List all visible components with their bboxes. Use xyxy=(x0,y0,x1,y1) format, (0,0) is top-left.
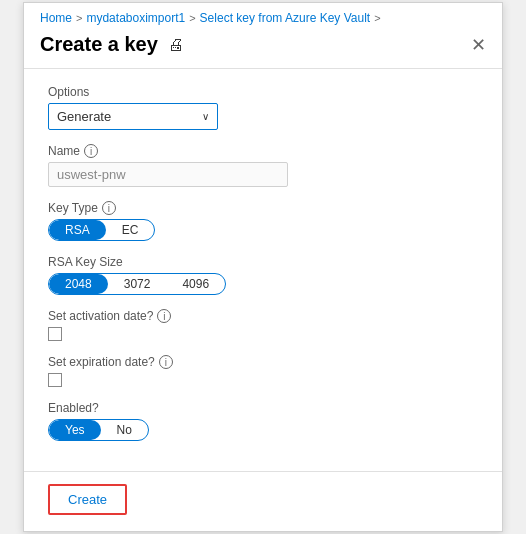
expiration-info-icon[interactable]: i xyxy=(159,355,173,369)
expiration-checkbox[interactable] xyxy=(48,373,62,387)
key-type-rsa[interactable]: RSA xyxy=(49,220,106,240)
rsa-key-size-toggle: 2048 3072 4096 xyxy=(48,273,226,295)
breadcrumb: Home > mydataboximport1 > Select key fro… xyxy=(24,3,502,29)
activation-date-field: Set activation date? i xyxy=(48,309,478,341)
key-type-field: Key Type i RSA EC xyxy=(48,201,478,241)
chevron-down-icon: ∨ xyxy=(202,111,209,122)
activation-checkbox-wrapper xyxy=(48,327,478,341)
name-input[interactable] xyxy=(48,162,288,187)
form-content: Options Generate ∨ Name i Key Type i RSA xyxy=(24,69,502,471)
breadcrumb-sep2: > xyxy=(189,12,195,24)
options-field: Options Generate ∨ xyxy=(48,85,478,130)
key-type-info-icon[interactable]: i xyxy=(102,201,116,215)
close-icon[interactable]: ✕ xyxy=(471,36,486,54)
key-type-ec[interactable]: EC xyxy=(106,220,155,240)
enabled-field: Enabled? Yes No xyxy=(48,401,478,441)
size-3072[interactable]: 3072 xyxy=(108,274,167,294)
name-info-icon[interactable]: i xyxy=(84,144,98,158)
create-key-panel: Home > mydataboximport1 > Select key fro… xyxy=(23,2,503,532)
rsa-key-size-field: RSA Key Size 2048 3072 4096 xyxy=(48,255,478,295)
breadcrumb-home[interactable]: Home xyxy=(40,11,72,25)
size-4096[interactable]: 4096 xyxy=(166,274,225,294)
options-label: Options xyxy=(48,85,478,99)
breadcrumb-sep3: > xyxy=(374,12,380,24)
header-left: Create a key 🖨 xyxy=(40,33,184,56)
activation-info-icon[interactable]: i xyxy=(157,309,171,323)
name-label: Name i xyxy=(48,144,478,158)
enabled-toggle: Yes No xyxy=(48,419,149,441)
options-value: Generate xyxy=(57,109,111,124)
enabled-label: Enabled? xyxy=(48,401,478,415)
panel-header: Create a key 🖨 ✕ xyxy=(24,29,502,69)
create-button[interactable]: Create xyxy=(48,484,127,515)
key-type-toggle: RSA EC xyxy=(48,219,155,241)
activation-date-label: Set activation date? i xyxy=(48,309,478,323)
options-dropdown[interactable]: Generate ∨ xyxy=(48,103,218,130)
expiration-checkbox-wrapper xyxy=(48,373,478,387)
print-icon[interactable]: 🖨 xyxy=(168,36,184,54)
key-type-label: Key Type i xyxy=(48,201,478,215)
activation-checkbox[interactable] xyxy=(48,327,62,341)
enabled-no[interactable]: No xyxy=(101,420,148,440)
expiration-date-label: Set expiration date? i xyxy=(48,355,478,369)
breadcrumb-sep1: > xyxy=(76,12,82,24)
rsa-key-size-label: RSA Key Size xyxy=(48,255,478,269)
expiration-date-field: Set expiration date? i xyxy=(48,355,478,387)
form-footer: Create xyxy=(24,471,502,531)
breadcrumb-page[interactable]: Select key from Azure Key Vault xyxy=(200,11,371,25)
page-title: Create a key xyxy=(40,33,158,56)
name-field: Name i xyxy=(48,144,478,187)
breadcrumb-resource[interactable]: mydataboximport1 xyxy=(86,11,185,25)
size-2048[interactable]: 2048 xyxy=(49,274,108,294)
enabled-yes[interactable]: Yes xyxy=(49,420,101,440)
